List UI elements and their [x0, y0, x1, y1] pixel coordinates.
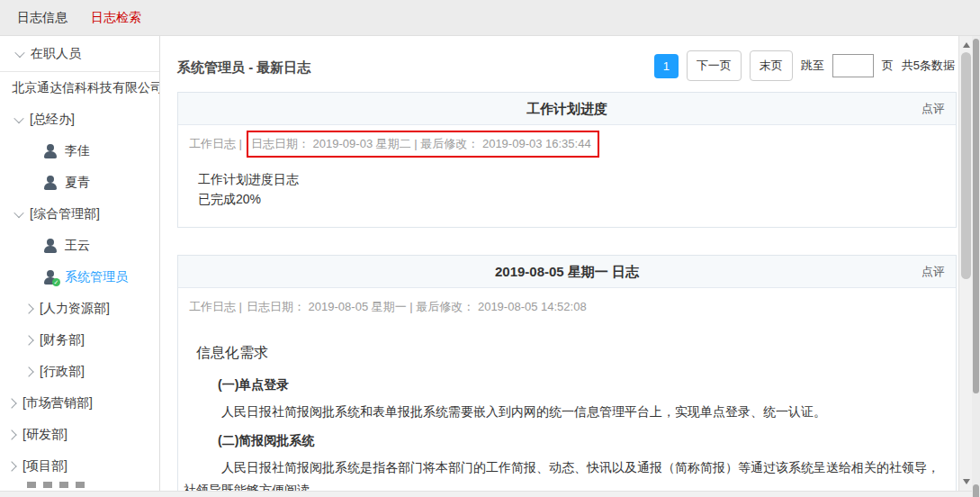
page-suffix-label: 页 [882, 58, 894, 74]
log-card-2019-08-05: 2019-08-05 星期一 日志 点评 工作日志 | 日志日期： 2019-0… [177, 255, 957, 491]
window-vertical-scrollbar[interactable] [972, 36, 980, 497]
log-body: 信息化需求 (一)单点登录 人民日报社简报阅批系统和表单报批系统需要嵌入到内网的… [178, 326, 956, 491]
log-meta-row: 工作日志 | 日志日期： 2019-08-05 星期一 | 最后修改： 2019… [178, 288, 956, 326]
page-number-button[interactable]: 1 [654, 54, 679, 78]
tree-item-rnd-dept[interactable]: [研发部] [0, 419, 159, 450]
org-tree-sidebar: 在职人员 北京通达信科科技有限公司 [总经办] 李佳 夏青 [综合管理部] 王云… [0, 36, 160, 491]
tree-item-user-wangyun[interactable]: 王云 [0, 230, 159, 261]
total-count-label: 共5条数据 [902, 58, 955, 74]
jump-page-input[interactable] [832, 54, 874, 77]
chevron-right-icon[interactable] [6, 429, 16, 439]
tree-item-company[interactable]: 北京通达信科科技有限公司 [0, 72, 159, 104]
page-title: 系统管理员 - 最新日志 [177, 59, 310, 77]
section-paragraph: 人民日报社简报阅批系统和表单报批系统需要嵌入到内网的统一信息管理平台上，实现单点… [184, 401, 947, 423]
last-page-button[interactable]: 末页 [750, 50, 793, 81]
online-check-badge: ✓ [52, 278, 60, 286]
pagination: 1 下一页 末页 跳至 页 共5条数据 [654, 50, 955, 81]
tab-log-info[interactable]: 日志信息 [12, 6, 73, 30]
page-header: 系统管理员 - 最新日志 1 下一页 末页 跳至 页 共5条数据 [177, 36, 957, 92]
tree-item-finance-dept[interactable]: [财务部] [0, 324, 159, 356]
tree-item-active-staff[interactable]: 在职人员 [0, 36, 159, 72]
log-content-panel: 系统管理员 - 最新日志 1 下一页 末页 跳至 页 共5条数据 工作计划进度 … [161, 36, 958, 491]
log-body-heading: 信息化需求 [196, 344, 947, 363]
log-card-work-plan: 工作计划进度 点评 工作日志 | 日志日期： 2019-09-03 星期二 | … [177, 92, 957, 228]
chevron-right-icon[interactable] [6, 461, 16, 471]
section-heading: (二)简报阅批系统 [218, 433, 947, 449]
comment-link[interactable]: 点评 [922, 93, 945, 125]
log-title: 2019-08-05 星期一 日志 [495, 264, 639, 279]
tree-item-executive-dept[interactable]: [行政部] [0, 356, 159, 387]
chevron-down-icon[interactable] [13, 113, 23, 122]
clipped-tree-item [0, 482, 159, 488]
log-date-modified: 日志日期： 2019-08-05 星期一 | 最后修改： 2019-08-05 … [247, 299, 587, 315]
tree-item-user-lijia[interactable]: 李佳 [0, 135, 159, 167]
log-type-label: 工作日志 | [189, 136, 242, 152]
jump-to-label: 跳至 [801, 58, 824, 74]
chevron-down-icon[interactable] [14, 47, 24, 57]
log-card-header: 2019-08-05 星期一 日志 点评 [178, 256, 956, 288]
user-icon [43, 239, 58, 253]
log-card-header: 工作计划进度 点评 [178, 93, 956, 125]
log-date-modified: 日志日期： 2019-09-03 星期二 | 最后修改： 2019-09-03 … [251, 137, 591, 150]
red-annotation-box: 日志日期： 2019-09-03 星期二 | 最后修改： 2019-09-03 … [247, 131, 599, 158]
chevron-right-icon[interactable] [23, 303, 33, 313]
log-body-line: 工作计划进度日志 [198, 170, 936, 190]
tree-item-marketing-dept[interactable]: [市场营销部] [0, 387, 159, 419]
next-page-button[interactable]: 下一页 [687, 50, 742, 81]
scrollbar-thumb[interactable] [973, 39, 979, 393]
tree-item-user-sysadmin[interactable]: ✓ 系统管理员 [0, 261, 159, 293]
section-heading: (一)单点登录 [218, 377, 947, 393]
chevron-right-icon[interactable] [23, 335, 33, 345]
user-icon [43, 144, 58, 158]
tree-item-admin-dept[interactable]: [综合管理部] [0, 198, 159, 230]
tab-log-search[interactable]: 日志检索 [85, 6, 147, 30]
log-body: 工作计划进度日志 已完成20% [178, 163, 956, 227]
tree-item-general-office[interactable]: [总经办] [0, 104, 159, 135]
log-title: 工作计划进度 [526, 101, 607, 116]
scroll-down-arrow-icon[interactable] [959, 474, 973, 488]
tree-item-hr-dept[interactable]: [人力资源部] [0, 293, 159, 324]
top-tab-bar: 日志信息 日志检索 [0, 0, 980, 36]
chevron-right-icon[interactable] [23, 366, 33, 376]
scrollbar-thumb-end[interactable] [973, 484, 979, 497]
tree-item-project-dept[interactable]: [项目部] [0, 450, 159, 482]
chevron-right-icon[interactable] [6, 398, 16, 408]
horizontal-scrollbar[interactable] [0, 491, 972, 497]
chevron-down-icon[interactable] [13, 207, 23, 217]
log-body-line: 已完成20% [198, 190, 936, 210]
user-online-icon: ✓ [43, 270, 58, 285]
tree-item-user-xiaqing[interactable]: 夏青 [0, 167, 159, 198]
content-vertical-scrollbar[interactable] [958, 36, 972, 491]
scroll-up-arrow-icon[interactable] [959, 39, 973, 52]
log-type-label: 工作日志 | [189, 299, 242, 315]
comment-link[interactable]: 点评 [922, 256, 945, 288]
section-paragraph: 人民日报社简报阅批系统是指各部门将本部门的工作简报、动态、快讯以及通报（简称简报… [184, 456, 947, 491]
scrollbar-thumb[interactable] [961, 52, 971, 279]
user-icon [43, 176, 58, 190]
log-meta-row: 工作日志 | 日志日期： 2019-09-03 星期二 | 最后修改： 2019… [178, 125, 956, 163]
